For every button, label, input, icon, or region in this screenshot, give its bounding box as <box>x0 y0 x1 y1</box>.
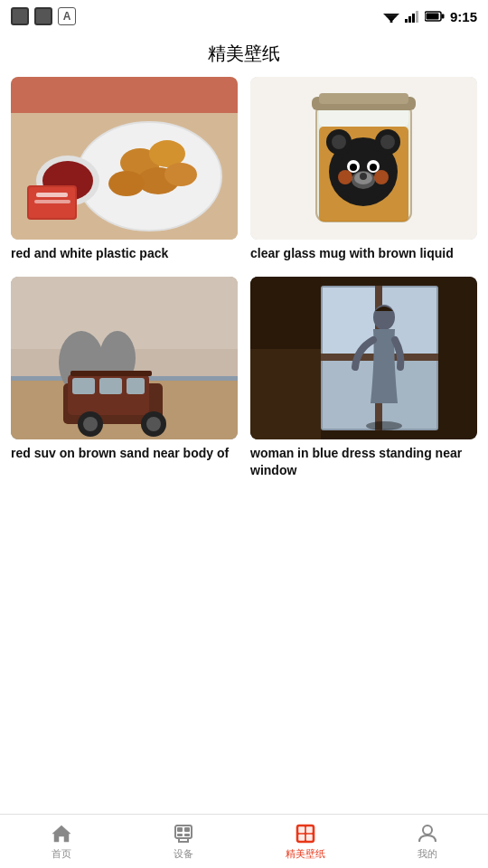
card-image-mug <box>250 77 477 240</box>
content-area: red and white plastic pack <box>0 77 488 557</box>
status-time: 9:15 <box>450 9 477 24</box>
nav-item-wallpaper[interactable]: 精美壁纸 <box>244 823 366 861</box>
card-mug[interactable]: clear glass mug with brown liquid <box>250 77 477 262</box>
card-image-food <box>11 77 238 240</box>
svg-point-74 <box>366 421 402 430</box>
svg-rect-24 <box>36 193 68 197</box>
signal-icon <box>405 10 419 23</box>
svg-rect-34 <box>72 378 95 394</box>
svg-rect-47 <box>319 93 408 104</box>
svg-rect-77 <box>179 838 188 842</box>
svg-marker-75 <box>52 826 70 842</box>
profile-icon <box>417 823 438 844</box>
svg-rect-79 <box>184 827 190 832</box>
card-label-food: red and white plastic pack <box>11 245 238 262</box>
card-image-van <box>11 277 238 439</box>
card-label-mug: clear glass mug with brown liquid <box>250 245 477 262</box>
card-image-woman <box>250 277 477 439</box>
card-food[interactable]: red and white plastic pack <box>11 77 238 262</box>
svg-rect-10 <box>426 14 438 20</box>
grid-column-right: clear glass mug with brown liquid <box>250 77 477 494</box>
nav-label-wallpaper: 精美壁纸 <box>286 847 325 861</box>
status-icon-2 <box>34 7 52 25</box>
status-bar: A 9: <box>0 0 488 33</box>
svg-point-19 <box>164 163 197 186</box>
nav-label-home: 首页 <box>52 847 71 861</box>
card-van[interactable]: red suv on brown sand near body of <box>11 277 238 462</box>
home-icon <box>51 823 72 844</box>
card-label-van: red suv on brown sand near body of <box>11 445 238 462</box>
svg-rect-6 <box>412 14 415 23</box>
nav-label-profile: 我的 <box>418 847 437 861</box>
battery-icon <box>425 11 445 22</box>
svg-rect-35 <box>99 378 122 394</box>
status-icon-a: A <box>58 7 76 25</box>
image-grid: red and white plastic pack <box>0 77 488 494</box>
status-bar-left: A <box>11 7 76 25</box>
svg-point-52 <box>380 135 395 149</box>
svg-point-38 <box>83 417 98 431</box>
device-icon <box>173 823 194 844</box>
svg-rect-81 <box>184 834 190 836</box>
wallpaper-icon <box>295 823 316 844</box>
svg-rect-78 <box>177 827 183 832</box>
svg-point-57 <box>370 164 377 171</box>
svg-rect-67 <box>323 359 377 429</box>
nav-item-home[interactable]: 首页 <box>0 823 122 861</box>
svg-point-51 <box>332 135 346 149</box>
page-title: 精美壁纸 <box>208 43 280 63</box>
svg-point-62 <box>374 170 389 184</box>
svg-rect-85 <box>298 834 305 840</box>
svg-rect-86 <box>305 834 312 840</box>
card-woman[interactable]: woman in blue dress standing near window <box>250 277 477 479</box>
svg-rect-25 <box>34 200 70 203</box>
svg-point-60 <box>360 173 367 180</box>
svg-rect-72 <box>250 277 321 349</box>
svg-rect-5 <box>408 16 411 23</box>
nav-item-device[interactable]: 设备 <box>122 823 244 861</box>
svg-point-61 <box>338 170 352 184</box>
nav-label-device: 设备 <box>174 847 193 861</box>
van-image <box>11 277 238 439</box>
svg-rect-36 <box>127 378 145 394</box>
status-bar-right: 9:15 <box>383 9 477 24</box>
svg-rect-7 <box>416 11 418 23</box>
svg-rect-84 <box>305 826 312 833</box>
wifi-icon <box>383 10 399 23</box>
grid-column-left: red and white plastic pack <box>11 77 238 494</box>
status-icon-1 <box>11 7 29 25</box>
bottom-nav: 首页 设备 精美壁纸 <box>0 814 488 868</box>
svg-rect-71 <box>250 349 321 439</box>
page-header: 精美壁纸 <box>0 33 488 77</box>
card-label-woman: woman in blue dress standing near window <box>250 445 477 479</box>
svg-point-40 <box>146 417 161 431</box>
nav-item-profile[interactable]: 我的 <box>366 823 488 861</box>
svg-rect-41 <box>70 371 152 376</box>
svg-rect-12 <box>11 77 238 113</box>
woman-image <box>250 277 477 439</box>
svg-point-18 <box>108 171 145 196</box>
svg-rect-4 <box>405 19 408 23</box>
svg-rect-83 <box>298 826 305 833</box>
svg-rect-80 <box>177 834 183 836</box>
food-image <box>11 77 238 240</box>
svg-point-87 <box>423 826 432 835</box>
svg-point-56 <box>350 164 357 171</box>
mug-image <box>250 77 477 240</box>
svg-rect-9 <box>441 14 444 19</box>
